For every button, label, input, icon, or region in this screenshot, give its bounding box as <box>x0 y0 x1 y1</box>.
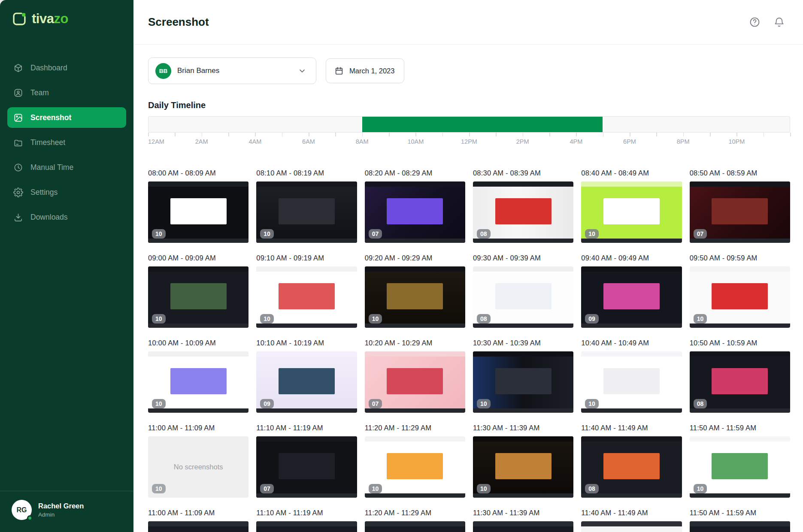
screenshot-thumb[interactable] <box>473 521 573 532</box>
thumb-taskbar <box>256 239 357 243</box>
screenshot-count-badge: 09 <box>585 314 599 323</box>
screenshot-thumb[interactable]: 09 <box>256 351 357 413</box>
timeline-tick <box>228 133 229 136</box>
screenshot-thumb[interactable]: 07 <box>256 436 357 498</box>
screenshot-thumb[interactable]: 10 <box>256 266 357 328</box>
sidebar-item-label: Team <box>30 88 49 97</box>
thumb-browser-bar <box>365 181 465 187</box>
timeline-tick <box>683 133 684 136</box>
user-name: Rachel Green <box>38 502 84 510</box>
screenshot-thumb[interactable] <box>690 521 790 532</box>
screenshot-cell: 10:00 AM - 10:09 AM10 <box>148 339 248 413</box>
thumb-content-block <box>495 368 551 394</box>
screenshot-cell: 09:10 AM - 09:19 AM10 <box>256 254 357 328</box>
screenshot-thumb[interactable]: 10 <box>148 181 248 243</box>
sidebar-item-label: Dashboard <box>30 63 67 73</box>
thumb-content-block <box>603 368 660 394</box>
screenshot-cell: 11:40 AM - 11:49 AM08 <box>581 424 682 498</box>
timeline-tick <box>362 133 363 136</box>
timeline-hour-label: 4AM <box>248 138 261 145</box>
page-title: Screenshot <box>148 15 209 29</box>
screenshot-cell: 11:20 AM - 11:29 AM <box>365 509 465 532</box>
screenshot-count-badge: 08 <box>694 399 707 408</box>
sidebar-user[interactable]: RG Rachel Green Admin <box>0 491 133 532</box>
employee-select[interactable]: BB Brian Barnes <box>148 57 316 84</box>
screenshot-thumb[interactable]: 10 <box>365 266 465 328</box>
thumb-taskbar <box>256 408 357 413</box>
screenshot-thumb[interactable]: 08 <box>473 266 573 328</box>
screenshot-time-label: 11:00 AM - 11:09 AM <box>148 509 248 517</box>
thumb-browser-bar <box>690 181 790 187</box>
screenshot-count-badge: 07 <box>260 484 274 493</box>
screenshot-thumb[interactable]: 10 <box>148 266 248 328</box>
screenshot-thumb[interactable]: 10 <box>256 181 357 243</box>
date-picker[interactable]: March 1, 2023 <box>326 58 404 83</box>
thumb-browser-bar <box>365 266 465 272</box>
screenshot-thumb[interactable]: 07 <box>365 181 465 243</box>
screenshot-count-badge: 10 <box>585 399 599 408</box>
thumb-browser-bar <box>365 521 465 526</box>
thumb-taskbar <box>148 323 248 328</box>
timeline-hour-label: 12PM <box>461 138 477 145</box>
screenshot-thumb[interactable]: 08 <box>690 351 790 413</box>
timeline-hour-label: 10AM <box>407 138 424 145</box>
screenshot-thumb[interactable]: 10 <box>690 266 790 328</box>
screenshot-thumb[interactable]: 10 <box>148 351 248 413</box>
timeline-tick <box>148 133 149 136</box>
screenshot-thumb[interactable] <box>581 521 682 532</box>
thumb-browser-bar <box>581 351 682 357</box>
screenshot-thumb[interactable]: 10 <box>690 436 790 498</box>
screenshot-count-badge: 10 <box>152 314 166 323</box>
screenshot-thumb[interactable] <box>365 521 465 532</box>
screenshot-thumb[interactable] <box>148 521 248 532</box>
screenshot-thumb[interactable]: 09 <box>581 266 682 328</box>
timeline-bar[interactable] <box>148 116 790 133</box>
thumb-browser-bar <box>690 436 790 441</box>
timeline-tick <box>255 133 256 136</box>
screenshot-count-badge: 10 <box>152 484 166 493</box>
sidebar-item-settings[interactable]: Settings <box>7 182 126 203</box>
sidebar-item-screenshot[interactable]: Screenshot <box>7 107 126 128</box>
thumb-browser-bar <box>256 266 357 272</box>
screenshot-thumb[interactable]: 10 <box>581 181 682 243</box>
thumb-browser-bar <box>581 181 682 187</box>
screenshot-time-label: 11:10 AM - 11:19 AM <box>256 509 357 517</box>
sidebar-item-timesheet[interactable]: Timesheet <box>7 132 126 153</box>
thumb-taskbar <box>365 408 465 413</box>
screenshot-icon <box>13 113 23 123</box>
screenshot-thumb[interactable]: 10 <box>365 436 465 498</box>
no-screenshots-text: No screenshots <box>174 463 223 471</box>
thumb-browser-bar <box>473 266 573 272</box>
screenshot-thumb[interactable]: 10 <box>473 351 573 413</box>
thumb-browser-bar <box>581 436 682 441</box>
thumb-taskbar <box>365 239 465 243</box>
screenshot-count-badge: 07 <box>369 229 382 239</box>
screenshot-time-label: 10:30 AM - 10:39 AM <box>473 339 573 347</box>
screenshot-time-label: 09:50 AM - 09:59 AM <box>690 254 790 262</box>
sidebar-item-team[interactable]: Team <box>7 82 126 103</box>
screenshot-thumb[interactable]: 08 <box>581 436 682 498</box>
sidebar-item-manual-time[interactable]: Manual Time <box>7 157 126 178</box>
screenshot-thumb[interactable]: 10 <box>473 436 573 498</box>
thumb-content-block <box>495 198 551 224</box>
screenshot-cell: 08:50 AM - 08:59 AM07 <box>690 169 790 243</box>
screenshot-thumb[interactable] <box>256 521 357 532</box>
sidebar-item-downloads[interactable]: Downloads <box>7 207 126 227</box>
thumb-taskbar <box>581 323 682 328</box>
screenshot-count-badge: 10 <box>260 314 274 323</box>
screenshot-thumb[interactable]: 07 <box>690 181 790 243</box>
notifications-bell-icon[interactable] <box>773 16 785 28</box>
screenshot-thumb[interactable]: 07 <box>365 351 465 413</box>
screenshot-time-label: 10:00 AM - 10:09 AM <box>148 339 248 347</box>
thumb-content-block <box>170 198 227 224</box>
screenshot-cell: 11:20 AM - 11:29 AM10 <box>365 424 465 498</box>
timeline-tick <box>736 133 737 136</box>
screenshot-thumb[interactable]: 08 <box>473 181 573 243</box>
screenshot-thumb[interactable]: 10 <box>581 351 682 413</box>
sidebar-item-dashboard[interactable]: Dashboard <box>7 57 126 78</box>
brand-logo[interactable]: tivazo <box>0 0 133 27</box>
screenshot-time-label: 08:50 AM - 08:59 AM <box>690 169 790 177</box>
help-icon[interactable] <box>749 16 761 28</box>
timeline-tick <box>790 133 791 136</box>
thumb-content-block <box>279 453 335 479</box>
